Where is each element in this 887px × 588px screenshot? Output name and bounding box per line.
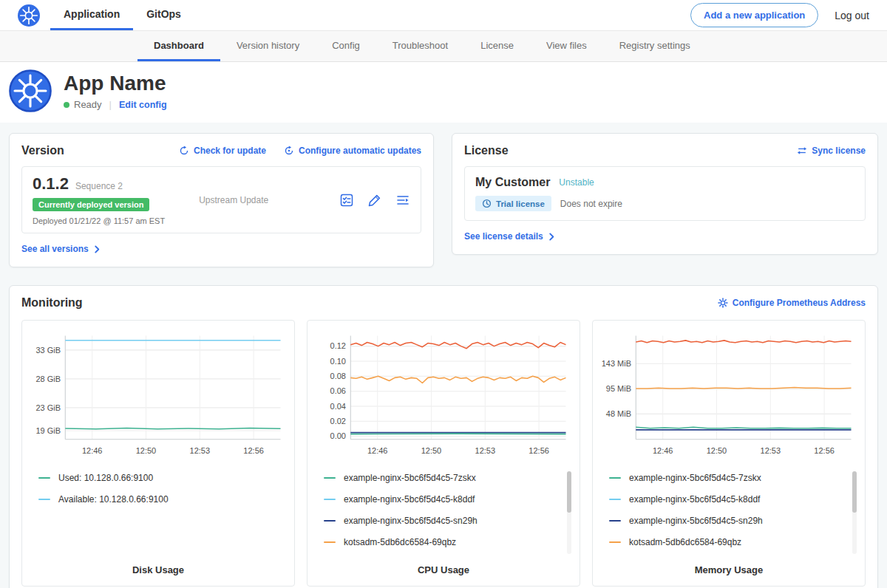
sub-nav-tab-troubleshoot[interactable]: Troubleshoot: [376, 31, 464, 61]
check-for-update-label: Check for update: [194, 146, 266, 156]
svg-text:0.10: 0.10: [330, 357, 346, 366]
chart-card-memory-usage: 143 MiB95 MiB48 MiB12:4612:5012:5312:56e…: [592, 320, 866, 587]
trial-license-label: Trial license: [496, 199, 545, 208]
svg-text:28 GiB: 28 GiB: [35, 375, 61, 383]
add-application-button[interactable]: Add a new application: [690, 3, 818, 27]
legend-item: example-nginx-5bc6f5d4c5-k8ddf: [324, 494, 562, 505]
app-name: App Name: [64, 72, 167, 95]
legend-item: kotsadm-5db6dc6584-69qbz: [609, 537, 847, 547]
status-separator: |: [109, 99, 112, 110]
svg-text:0.02: 0.02: [330, 417, 346, 425]
version-action-icons: [339, 193, 410, 208]
sub-nav-tab-view-files[interactable]: View files: [530, 31, 603, 61]
svg-text:48 MiB: 48 MiB: [606, 409, 631, 418]
sync-icon: [797, 146, 807, 156]
sequence-label: Sequence 2: [75, 181, 123, 191]
deploy-logs-icon[interactable]: [395, 193, 410, 208]
configure-prometheus-link[interactable]: Configure Prometheus Address: [718, 298, 866, 308]
chart-legend: example-nginx-5bc6f5d4c5-7zskxexample-ng…: [599, 471, 859, 558]
chart-legend: Used: 10.128.0.66:9100Available: 10.128.…: [28, 471, 288, 558]
svg-text:23 GiB: 23 GiB: [35, 403, 61, 412]
svg-text:12:46: 12:46: [653, 446, 673, 455]
legend-scrollbar-thumb[interactable]: [567, 471, 571, 513]
monitoring-head: Monitoring Configure Prometheus Address: [21, 296, 866, 310]
sub-nav-tab-registry-settings[interactable]: Registry settings: [603, 31, 707, 61]
legend-scrollbar[interactable]: [852, 471, 857, 554]
legend-color-dash: [38, 477, 50, 479]
see-all-versions-link[interactable]: See all versions: [21, 244, 101, 254]
legend-scrollbar-thumb[interactable]: [852, 471, 857, 513]
sub-nav-tab-license[interactable]: License: [464, 31, 530, 61]
check-for-update-link[interactable]: Check for update: [179, 146, 266, 156]
legend-item: example-nginx-5bc6f5d4c5-k8ddf: [609, 494, 847, 505]
sync-license-label: Sync license: [812, 146, 866, 156]
app-icon: [9, 69, 52, 112]
license-card: License Sync license My Customer Unstabl…: [452, 133, 878, 255]
svg-text:19 GiB: 19 GiB: [35, 426, 61, 435]
see-license-details-label: See license details: [464, 231, 543, 242]
chart-plot-disk-usage: 33 GiB28 GiB23 GiB19 GiB12:4612:5012:531…: [28, 329, 288, 461]
svg-text:12:56: 12:56: [243, 446, 264, 455]
legend-scrollbar[interactable]: [567, 471, 571, 554]
configure-prometheus-label: Configure Prometheus Address: [733, 298, 866, 308]
chevron-right-icon: [548, 233, 556, 241]
legend-label: Used: 10.128.0.66:9100: [58, 473, 153, 483]
legend-label: example-nginx-5bc6f5d4c5-k8ddf: [629, 494, 760, 505]
legend-item: Used: 10.128.0.66:9100: [38, 473, 276, 483]
svg-text:143 MiB: 143 MiB: [602, 359, 631, 368]
legend-label: example-nginx-5bc6f5d4c5-sn29h: [629, 516, 763, 526]
top-nav-tab-gitops[interactable]: GitOps: [133, 0, 194, 30]
logout-link[interactable]: Log out: [835, 10, 869, 21]
configure-automatic-updates-label: Configure automatic updates: [299, 146, 421, 156]
legend-label: example-nginx-5bc6f5d4c5-7zskx: [629, 473, 761, 483]
edit-config-link[interactable]: Edit config: [119, 100, 167, 110]
legend-item: example-nginx-5bc6f5d4c5-sn29h: [609, 516, 847, 526]
svg-text:12:53: 12:53: [190, 446, 211, 455]
version-card-head: Version Check for update Configure autom…: [21, 144, 421, 157]
legend-label: example-nginx-5bc6f5d4c5-7zskx: [344, 473, 476, 483]
svg-text:0.04: 0.04: [330, 402, 346, 411]
gear-icon: [718, 298, 728, 308]
svg-text:33 GiB: 33 GiB: [35, 346, 61, 355]
top-nav-tab-application[interactable]: Application: [50, 0, 133, 30]
current-version-box: 0.1.2 Sequence 2 Currently deployed vers…: [21, 166, 421, 233]
configure-automatic-updates-link[interactable]: Configure automatic updates: [284, 146, 421, 156]
edit-config-tool-icon[interactable]: [367, 193, 382, 208]
legend-item: example-nginx-5bc6f5d4c5-7zskx: [324, 473, 562, 483]
preflight-checklist-icon[interactable]: [339, 193, 354, 208]
channel-label: Unstable: [559, 177, 594, 188]
legend-label: kotsadm-5db6dc6584-69qbz: [629, 537, 741, 547]
sub-nav-tab-version-history[interactable]: Version history: [220, 31, 316, 61]
sub-nav-tab-dashboard[interactable]: Dashboard: [137, 31, 220, 61]
sync-license-link[interactable]: Sync license: [797, 146, 866, 156]
current-version-info: 0.1.2 Sequence 2 Currently deployed vers…: [33, 174, 165, 225]
sub-nav-tab-config[interactable]: Config: [316, 31, 376, 61]
license-type-row: Trial license Does not expire: [475, 196, 854, 211]
svg-text:12:53: 12:53: [475, 446, 496, 455]
top-nav-right: Add a new application Log out: [690, 3, 869, 27]
refresh-icon: [179, 146, 189, 156]
svg-text:0.06: 0.06: [330, 386, 346, 395]
chart-legend: example-nginx-5bc6f5d4c5-7zskxexample-ng…: [313, 471, 574, 558]
legend-color-dash: [324, 499, 336, 500]
kubernetes-logo-icon: [18, 4, 40, 27]
svg-text:12:50: 12:50: [707, 446, 727, 455]
see-all-versions-label: See all versions: [21, 244, 89, 254]
version-card: Version Check for update Configure autom…: [9, 133, 434, 267]
legend-label: example-nginx-5bc6f5d4c5-sn29h: [344, 516, 478, 526]
svg-text:12:50: 12:50: [136, 446, 157, 455]
status-text: Ready: [74, 99, 102, 110]
chart-title: Memory Usage: [599, 558, 859, 575]
trial-license-badge: Trial license: [475, 196, 551, 211]
version-title: Version: [21, 144, 64, 157]
deployed-timestamp: Deployed 01/21/22 @ 11:57 am EST: [33, 216, 165, 225]
auto-update-icon: [284, 146, 294, 156]
see-license-details-link[interactable]: See license details: [464, 231, 556, 242]
upstream-update-label: Upstream Update: [199, 195, 268, 205]
chart-title: Disk Usage: [28, 558, 288, 575]
svg-text:12:56: 12:56: [529, 446, 549, 455]
svg-text:0.00: 0.00: [330, 431, 346, 440]
legend-color-dash: [38, 499, 50, 500]
legend-label: Available: 10.128.0.66:9100: [58, 494, 169, 505]
svg-text:12:46: 12:46: [367, 446, 388, 455]
